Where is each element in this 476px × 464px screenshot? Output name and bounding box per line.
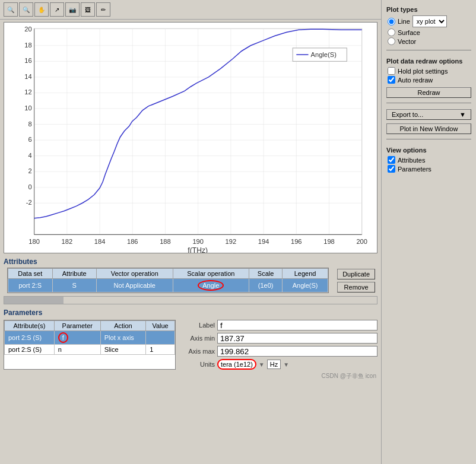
units-label: Units [179, 361, 215, 368]
plot-new-window-button[interactable]: Plot in New Window [386, 123, 471, 134]
axis-max-input[interactable] [217, 346, 377, 357]
axis-max-row: Axis max [179, 346, 377, 357]
plot-data-redraw-label: Plot data redraw options [386, 58, 471, 65]
surface-radio-item[interactable]: Surface [388, 28, 471, 36]
attributes-view-checkbox[interactable] [388, 156, 395, 164]
param-attr-2: port 2:S (S) [5, 345, 55, 355]
vector-radio-item[interactable]: Vector [388, 37, 471, 45]
svg-text:-2: -2 [26, 199, 32, 206]
parameters-view-checkbox[interactable] [388, 165, 395, 173]
svg-text:20: 20 [24, 26, 31, 33]
axis-max-label: Axis max [179, 348, 215, 355]
line-radio-item[interactable]: Line [388, 18, 410, 26]
divider-3 [386, 139, 471, 139]
svg-text:8: 8 [28, 120, 31, 128]
params-right-panel: Label Axis min Axis max Units tera (1e12… [179, 320, 377, 370]
param-col-attr: Attribute(s) [5, 321, 55, 331]
svg-text:186: 186 [127, 238, 138, 245]
settings-button[interactable]: ✏ [96, 2, 110, 17]
svg-text:16: 16 [24, 57, 31, 64]
auto-redraw-label: Auto redraw [398, 77, 433, 84]
svg-text:188: 188 [160, 238, 171, 245]
surface-label: Surface [398, 29, 420, 36]
svg-text:10: 10 [24, 104, 31, 112]
plot-type-select[interactable]: xy plot [412, 15, 447, 27]
svg-text:Angle(S): Angle(S) [311, 51, 337, 58]
attr-col-scale: Scale [249, 269, 283, 279]
svg-text:182: 182 [62, 238, 73, 245]
redraw-options: Hold plot settings Auto redraw [388, 67, 471, 84]
units-circle-highlight: tera (1e12) [217, 359, 256, 370]
svg-text:194: 194 [258, 238, 269, 245]
vector-label: Vector [398, 38, 416, 45]
pan-button[interactable]: ✋ [34, 2, 49, 17]
line-radio[interactable] [388, 18, 395, 26]
hold-plot-item[interactable]: Hold plot settings [388, 67, 471, 75]
param-row-1[interactable]: port 2:S (S) f Plot x axis [5, 331, 175, 345]
svg-text:2: 2 [28, 167, 31, 174]
hold-plot-checkbox[interactable] [388, 67, 395, 75]
zoom-in-button[interactable]: 🔍 [4, 2, 18, 17]
chart-svg: 20 18 16 14 12 10 8 6 4 2 0 -2 180 182 [4, 23, 377, 253]
attr-vector-op-cell: Not Applicable [97, 279, 173, 293]
axis-min-label: Axis min [179, 335, 215, 342]
svg-text:198: 198 [323, 238, 335, 245]
attr-attribute-cell: S [52, 279, 97, 293]
divider-1 [386, 50, 471, 50]
param-action-2: Slice [100, 345, 145, 355]
parameters-section-label: Parameters [0, 307, 381, 317]
attributes-view-item[interactable]: Attributes [388, 156, 471, 164]
line-option-row: Line xy plot [388, 15, 471, 27]
label-row: Label [179, 320, 377, 330]
auto-redraw-item[interactable]: Auto redraw [388, 76, 471, 84]
attributes-table: Data set Attribute Vector operation Scal… [7, 268, 329, 293]
attr-legend-cell: Angle(S) [283, 279, 328, 293]
left-panel: 🔍 🔍 ✋ ↗ 📷 🖼 ✏ [0, 0, 381, 464]
hz-dropdown-arrow: ▼ [283, 361, 289, 368]
attr-col-vector-op: Vector operation [97, 269, 173, 279]
view-options-label: View options [386, 147, 471, 154]
redraw-button[interactable]: Redraw [386, 87, 471, 98]
svg-text:190: 190 [192, 238, 204, 245]
param-col-action: Action [100, 321, 145, 331]
duplicate-button[interactable]: Duplicate [337, 269, 375, 279]
export-label: Export to... [392, 111, 423, 118]
f-circle-highlight: f [58, 332, 68, 343]
capture-button[interactable]: 🖼 [81, 2, 95, 17]
auto-redraw-checkbox[interactable] [388, 76, 395, 84]
svg-text:0: 0 [28, 183, 31, 190]
scrollbar-thumb [4, 297, 64, 304]
screenshot-button[interactable]: 📷 [65, 2, 80, 17]
attr-col-legend: Legend [283, 269, 328, 279]
divider-2 [386, 103, 471, 103]
param-value-1 [146, 331, 175, 345]
attr-scale-cell: (1e0) [249, 279, 283, 293]
zoom-out-button[interactable]: 🔍 [19, 2, 33, 17]
attributes-scrollbar[interactable] [4, 296, 377, 304]
svg-text:184: 184 [94, 238, 106, 245]
surface-radio[interactable] [388, 28, 395, 36]
select-button[interactable]: ↗ [50, 2, 64, 17]
export-arrow-icon: ▼ [459, 111, 466, 118]
attributes-section-label: Attributes [0, 256, 381, 266]
svg-text:14: 14 [24, 73, 31, 80]
remove-button[interactable]: Remove [337, 282, 375, 293]
label-input[interactable] [217, 320, 377, 330]
label-label: Label [179, 322, 215, 329]
export-button[interactable]: Export to... ▼ [386, 109, 471, 120]
svg-text:192: 192 [226, 238, 237, 245]
line-label: Line [398, 18, 410, 25]
svg-text:180: 180 [28, 238, 40, 245]
param-attr-1: port 2:S (S) [5, 331, 55, 345]
attr-row[interactable]: port 2:S S Not Applicable Angle (1e0) An… [8, 279, 328, 293]
axis-min-row: Axis min [179, 333, 377, 344]
param-col-value: Value [146, 321, 175, 331]
parameters-view-item[interactable]: Parameters [388, 165, 471, 173]
attr-scalar-op-cell: Angle [173, 279, 249, 293]
parameters-view-label: Parameters [398, 166, 431, 173]
axis-min-input[interactable] [217, 333, 377, 344]
plot-types-label: Plot types [386, 6, 471, 13]
vector-radio[interactable] [388, 37, 395, 45]
param-row-2[interactable]: port 2:S (S) n Slice 1 [5, 345, 175, 355]
attr-col-attribute: Attribute [52, 269, 97, 279]
